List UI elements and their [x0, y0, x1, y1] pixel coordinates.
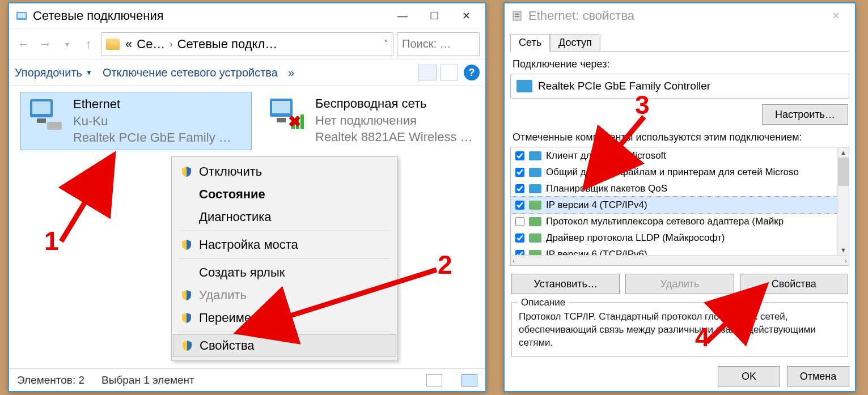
component-checkbox[interactable]	[515, 168, 524, 177]
component-checkbox[interactable]	[515, 151, 524, 160]
scroll-thumb[interactable]	[838, 158, 849, 186]
tabs: Сеть Доступ	[510, 34, 849, 52]
minimize-button[interactable]: —	[387, 5, 418, 27]
component-label: Драйвер протокола LLDP (Майкрософт)	[546, 232, 725, 244]
ctx-shortcut[interactable]: Создать ярлык	[173, 261, 396, 284]
component-checkbox[interactable]	[515, 201, 524, 210]
svg-rect-1	[18, 13, 26, 18]
component-row[interactable]: Клиент для сетей Microsoft	[511, 147, 849, 164]
component-checkbox[interactable]	[515, 233, 524, 243]
network-connections-window: Сетевые подключения — ☐ ✕ ← → ▾ ↑ « Се… …	[8, 2, 486, 392]
ctx-diagnose[interactable]: Диагностика	[173, 206, 396, 228]
shield-icon	[181, 166, 192, 177]
search-input[interactable]: Поиск: …	[397, 32, 480, 56]
component-checkbox[interactable]	[515, 184, 524, 193]
organize-button[interactable]: Упорядочить▼	[15, 66, 92, 79]
component-icon	[529, 184, 541, 193]
breadcrumb-seg1[interactable]: Се…	[137, 37, 165, 52]
ctx-rename[interactable]: Переименовать	[173, 307, 396, 329]
vertical-scrollbar[interactable]: ▲ ▼	[837, 147, 849, 255]
scroll-up-icon[interactable]: ▲	[838, 147, 849, 158]
component-icon	[529, 168, 541, 177]
separator	[179, 258, 391, 259]
back-button[interactable]: ←	[15, 35, 33, 53]
separator	[179, 332, 391, 332]
view-tiles-button[interactable]	[461, 374, 477, 386]
close-button[interactable]: ✕	[820, 5, 852, 27]
ctx-status[interactable]: Состояние	[173, 183, 396, 206]
marker-3: 3	[635, 90, 650, 120]
recent-button[interactable]: ▾	[58, 35, 76, 53]
configure-button[interactable]: Настроить…	[762, 104, 848, 125]
component-row[interactable]: Планировщик пакетов QoS	[511, 180, 849, 197]
ctx-properties[interactable]: Свойства	[173, 334, 396, 357]
up-button[interactable]: ↑	[79, 35, 98, 53]
component-row[interactable]: Протокол мультиплексора сетевого адаптер…	[511, 213, 849, 230]
components-list[interactable]: Клиент для сетей MicrosoftОбщий доступ к…	[510, 147, 849, 266]
more-button[interactable]: »	[288, 66, 294, 79]
view-mode-button[interactable]	[418, 65, 437, 80]
ctx-delete: Удалить	[173, 284, 396, 307]
element-count: Элементов: 2	[17, 374, 84, 386]
scroll-down-icon[interactable]: ▼	[838, 245, 849, 255]
adapter-status: Ku-Ku	[73, 113, 231, 130]
component-row[interactable]: Общий доступ к файлам и принтерам для се…	[511, 164, 849, 180]
tab-access[interactable]: Доступ	[550, 34, 600, 52]
svg-rect-12	[515, 16, 519, 17]
breadcrumb-seg2[interactable]: Сетевые подкл…	[177, 37, 278, 52]
selection-count: Выбран 1 элемент	[101, 374, 194, 386]
component-row[interactable]: Драйвер протокола LLDP (Майкрософт)	[511, 230, 849, 246]
address-bar[interactable]: « Се… › Сетевые подкл… ˅	[101, 32, 393, 56]
component-icon	[529, 151, 541, 160]
adapter-wireless[interactable]: ✖ Беспроводная сеть Нет подключения Real…	[263, 92, 494, 149]
component-checkbox[interactable]	[515, 217, 524, 226]
install-button[interactable]: Установить…	[511, 274, 620, 294]
adapter-ethernet[interactable]: Ethernet Ku-Ku Realtek PCIe GbE Family …	[20, 92, 252, 150]
adapter-status: Нет подключения	[315, 112, 473, 129]
context-menu: Отключить Состояние Диагностика Настройк…	[171, 156, 398, 361]
tab-network[interactable]: Сеть	[510, 34, 550, 52]
description-box: Описание Протокол TCP/IP. Стандартный пр…	[511, 302, 848, 357]
chevron-down-icon[interactable]: ˅	[384, 39, 388, 49]
adapter-device: Realtek PCIe GbE Family …	[73, 129, 231, 146]
ctx-disable[interactable]: Отключить	[173, 160, 396, 183]
components-label: Отмеченные компоненты используются этим …	[513, 131, 847, 143]
adapter-name: Беспроводная сеть	[315, 95, 473, 112]
help-button[interactable]: ?	[464, 65, 480, 80]
adapter-field: Realtek PCIe GbE Family Controller	[510, 74, 849, 99]
folder-icon	[106, 39, 120, 50]
remove-button: Удалить	[625, 274, 734, 294]
component-icon	[529, 201, 541, 210]
svg-rect-4	[37, 118, 46, 123]
close-button[interactable]: ✕	[450, 5, 482, 27]
shield-icon	[181, 290, 192, 301]
status-bar: Элементов: 2 Выбран 1 элемент	[9, 368, 485, 391]
description-legend: Описание	[518, 296, 569, 309]
component-icon	[529, 233, 541, 243]
svg-text:✖: ✖	[288, 113, 301, 130]
properties-button[interactable]: Свойства	[740, 274, 848, 294]
window-title: Сетевые подключения	[33, 9, 164, 23]
component-label: Клиент для сетей Microsoft	[546, 150, 666, 162]
horizontal-scrollbar[interactable]: ‹›	[511, 255, 849, 265]
forward-button[interactable]: →	[36, 35, 54, 53]
shield-icon	[181, 239, 192, 250]
description-text: Протокол TCP/IP. Стандартный протокол гл…	[519, 311, 841, 350]
maximize-button[interactable]: ☐	[418, 5, 450, 27]
titlebar[interactable]: Сетевые подключения — ☐ ✕	[9, 3, 485, 28]
preview-pane-button[interactable]	[440, 65, 458, 80]
ok-button[interactable]: OK	[718, 366, 780, 386]
adapter-device: Realtek 8821AE Wireless …	[315, 129, 473, 146]
ethernet-adapter-icon	[27, 96, 65, 134]
view-details-button[interactable]	[426, 374, 442, 386]
search-placeholder: Поиск: …	[402, 37, 451, 50]
component-row[interactable]: IP версии 4 (TCP/IPv4)	[511, 197, 849, 213]
cancel-button[interactable]: Отмена	[787, 366, 849, 386]
disable-device-button[interactable]: Отключение сетевого устройства	[103, 66, 278, 79]
marker-2: 2	[438, 249, 452, 280]
titlebar[interactable]: Ethernet: свойства ✕	[505, 3, 855, 28]
component-label: IP версии 4 (TCP/IPv4)	[546, 199, 647, 211]
svg-rect-3	[32, 101, 50, 114]
chevron-right-icon: ›	[170, 39, 172, 49]
ctx-bridge[interactable]: Настройка моста	[173, 233, 396, 256]
